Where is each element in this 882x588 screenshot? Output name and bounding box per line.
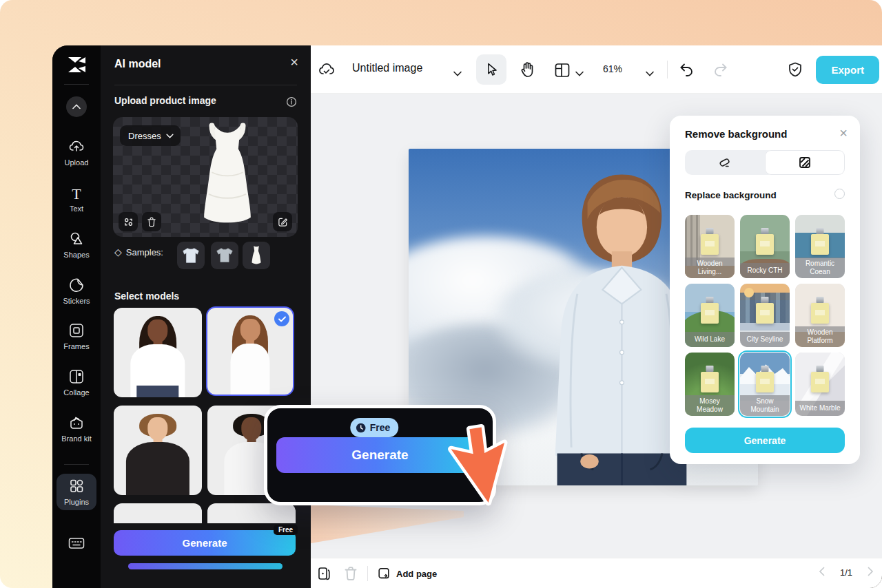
sidebar-item-text[interactable]: T Text: [52, 185, 101, 213]
edit-image-icon: [278, 217, 288, 227]
replace-icon: [123, 217, 134, 227]
delete-page-button[interactable]: [344, 566, 358, 584]
keyboard-icon: [68, 537, 85, 549]
layout-tool-button[interactable]: [554, 63, 571, 81]
remove-background-icon: [799, 156, 811, 169]
export-button[interactable]: Export: [816, 56, 879, 84]
document-title[interactable]: Untitled image: [352, 62, 422, 74]
samples-row: ◇ Samples:: [114, 246, 163, 258]
close-remove-bg-button[interactable]: ×: [839, 125, 848, 141]
samples-label: Samples:: [126, 247, 163, 258]
stickers-icon: [52, 277, 101, 295]
model-card[interactable]: [114, 406, 202, 495]
sidebar-item-stickers[interactable]: Stickers: [52, 277, 101, 305]
bg-thumb[interactable]: Rocky CTH: [740, 215, 790, 278]
select-tool-button[interactable]: [476, 54, 506, 85]
sidebar-divider: [64, 84, 89, 85]
sidebar: Upload T Text Shapes Stickers Frames Col…: [52, 45, 101, 588]
duplicate-page-button[interactable]: [316, 566, 331, 584]
collapse-panel-button[interactable]: [66, 96, 87, 117]
page-indicator: 1/1: [840, 567, 852, 578]
category-value: Dresses: [128, 131, 161, 141]
doc-title-chevron-icon[interactable]: [453, 67, 462, 79]
bg-thumb-selected[interactable]: Snow Mountain: [740, 353, 790, 416]
add-page-icon: [377, 566, 391, 581]
replace-bg-radio[interactable]: [834, 189, 845, 199]
trash-icon: [344, 566, 358, 581]
sidebar-item-frames[interactable]: Frames: [52, 323, 101, 350]
ai-model-panel: AI model × Upload product image Dresses: [101, 45, 311, 588]
bg-thumb[interactable]: White Marble: [795, 353, 845, 416]
sidebar-item-brand-kit[interactable]: Brand kit: [52, 415, 101, 443]
remove-bg-title: Remove background: [685, 128, 787, 140]
sidebar-item-shapes[interactable]: Shapes: [52, 231, 101, 259]
upload-heading: Upload product image: [114, 95, 216, 106]
edit-image-button[interactable]: [273, 212, 292, 231]
replace-image-button[interactable]: [119, 212, 138, 231]
prev-page-button[interactable]: [819, 567, 825, 578]
bg-thumb[interactable]: Wild Lake: [685, 284, 735, 347]
sample-shirt-image: [181, 245, 201, 266]
frames-icon: [52, 323, 101, 340]
sidebar-item-label: Shapes: [63, 251, 89, 259]
next-page-button[interactable]: [868, 567, 874, 578]
next-button-peek: [128, 563, 283, 569]
text-icon: T: [52, 185, 101, 202]
duplicate-icon: [316, 566, 331, 581]
redo-button[interactable]: [712, 61, 729, 81]
sample-dress-thumb[interactable]: [243, 242, 270, 269]
shapes-icon: [52, 231, 101, 249]
sidebar-item-upload[interactable]: Upload: [52, 139, 101, 167]
zoom-level[interactable]: 61%: [603, 63, 622, 74]
hand-tool-button[interactable]: [519, 61, 535, 81]
shortcuts-keyboard-button[interactable]: [68, 537, 85, 552]
info-icon[interactable]: [286, 96, 297, 110]
remove-bg-generate-button[interactable]: Generate: [685, 428, 845, 453]
category-dropdown[interactable]: Dresses: [120, 125, 181, 146]
replace-bg-heading: Replace background: [685, 190, 777, 200]
upload-preview: Dresses: [113, 117, 298, 237]
app-window: Upload T Text Shapes Stickers Frames Col…: [52, 45, 882, 588]
sample-tshirt-thumb[interactable]: [211, 242, 238, 269]
model-card[interactable]: [114, 308, 202, 397]
remove-bg-tab-selected[interactable]: [765, 150, 845, 175]
privacy-shield-button[interactable]: [787, 61, 803, 81]
clock-icon: [356, 423, 366, 433]
bg-thumb[interactable]: Wooden Living...: [685, 215, 735, 278]
model-card-selected[interactable]: [206, 306, 294, 396]
sidebar-item-plugins[interactable]: Plugins: [57, 474, 96, 510]
sidebar-item-label: Collage: [63, 388, 89, 397]
perfume-bottle: [701, 234, 719, 255]
zoom-chevron-icon[interactable]: [646, 67, 654, 79]
delete-image-button[interactable]: [142, 212, 161, 231]
chevron-down-icon: [166, 134, 174, 138]
panel-footer: Free Generate: [101, 523, 311, 588]
toolbar-divider: [667, 61, 668, 78]
sidebar-item-label: Text: [70, 204, 83, 213]
pointer-cursor-icon: [437, 409, 520, 512]
add-page-button[interactable]: Add page: [377, 566, 437, 581]
plugins-icon: [57, 479, 96, 496]
sidebar-item-collage[interactable]: Collage: [52, 369, 101, 397]
hand-icon: [519, 61, 535, 78]
sample-shirt-thumb[interactable]: [177, 242, 205, 269]
undo-button[interactable]: [678, 61, 695, 81]
bg-thumb[interactable]: Romantic Coean: [795, 215, 845, 278]
erase-tab[interactable]: [685, 150, 765, 175]
layout-chevron-icon[interactable]: [575, 67, 584, 79]
trash-icon: [147, 217, 156, 227]
generate-button[interactable]: Generate: [114, 530, 296, 556]
product-dress-image: [186, 123, 269, 231]
check-icon: [274, 311, 289, 326]
chevron-up-icon: [72, 104, 81, 109]
bg-thumb[interactable]: Mosey Meadow: [685, 353, 735, 416]
free-badge: Free: [274, 525, 298, 535]
capcut-logo-icon: [65, 54, 88, 78]
bg-thumb[interactable]: City Seyline: [740, 284, 790, 347]
close-panel-button[interactable]: ×: [290, 55, 298, 69]
cloud-sync-icon[interactable]: [318, 61, 336, 81]
sample-tshirt-image: [214, 245, 235, 266]
sidebar-item-label: Stickers: [63, 297, 90, 305]
select-cursor-icon: [484, 62, 498, 77]
bg-thumb[interactable]: Wooden Platform: [795, 284, 845, 347]
